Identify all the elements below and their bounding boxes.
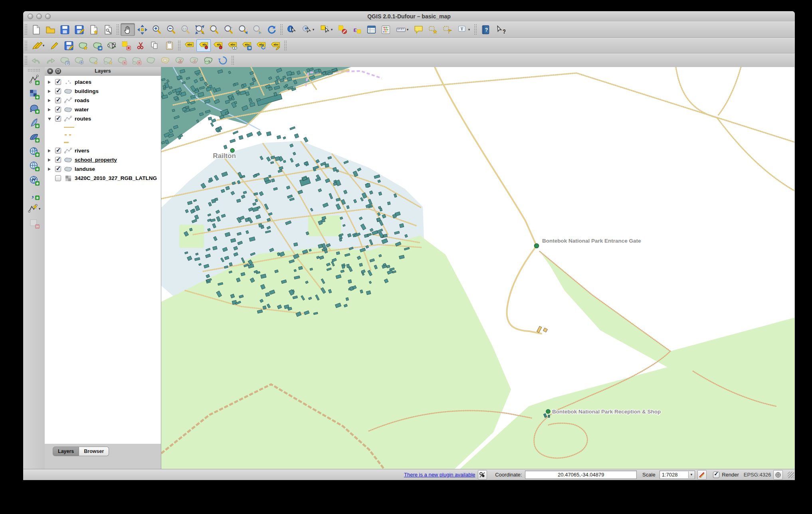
- expand-arrow-icon[interactable]: [48, 107, 53, 113]
- toolbar-grip[interactable]: [24, 40, 28, 51]
- measure-line-button[interactable]: [393, 23, 411, 36]
- collapse-arrow-icon[interactable]: [48, 116, 53, 122]
- expand-arrow-icon[interactable]: [48, 88, 53, 94]
- run-feature-action-button[interactable]: [299, 23, 317, 36]
- toolbar-grip[interactable]: [280, 24, 283, 35]
- node-tool-button[interactable]: [105, 39, 119, 52]
- highlight-pinned-labels-button[interactable]: ab: [211, 39, 225, 52]
- zoom-in-button[interactable]: [149, 23, 164, 36]
- copy-features-button[interactable]: [148, 39, 162, 52]
- layer-checkbox[interactable]: [55, 79, 61, 85]
- save-layer-edits-button[interactable]: [61, 39, 76, 52]
- move-feature-button[interactable]: [90, 39, 105, 52]
- save-project-button[interactable]: [57, 23, 72, 36]
- toolbar-grip[interactable]: [178, 40, 181, 51]
- expand-arrow-icon[interactable]: [48, 79, 53, 85]
- layer-row-rivers[interactable]: rivers: [45, 146, 161, 155]
- refresh-map-button[interactable]: [264, 23, 279, 36]
- change-label-button[interactable]: abc: [268, 39, 283, 52]
- add-part-button[interactable]: [101, 54, 115, 67]
- toolbar-grip[interactable]: [284, 40, 287, 51]
- rotate-label-button[interactable]: abc: [254, 39, 268, 52]
- layer-label[interactable]: 3420C_2010_327_RGB_LATLNG: [75, 175, 157, 181]
- routes-symbol-short-dash[interactable]: [45, 138, 161, 146]
- current-edits-button[interactable]: [29, 39, 47, 52]
- add-mssql-layer-button[interactable]: [27, 130, 41, 143]
- split-features-button[interactable]: [172, 54, 187, 67]
- move-label-button[interactable]: abc: [240, 39, 254, 52]
- toolbar-grip[interactable]: [24, 24, 28, 35]
- delete-ring-button[interactable]: [115, 54, 129, 67]
- whats-this-button[interactable]: ?: [493, 23, 507, 36]
- layer-label[interactable]: roads: [75, 97, 89, 103]
- reshape-features-button[interactable]: [144, 54, 158, 67]
- select-by-expression-button[interactable]: ε: [350, 23, 364, 36]
- deselect-all-button[interactable]: [335, 23, 350, 36]
- expand-arrow-icon[interactable]: [48, 166, 53, 172]
- layer-row-water[interactable]: water: [45, 105, 161, 114]
- rotate-point-symbols-button[interactable]: [216, 54, 230, 67]
- expand-arrow-icon[interactable]: [48, 157, 53, 163]
- layer-label[interactable]: routes: [75, 116, 91, 122]
- expand-arrow-icon[interactable]: [48, 97, 53, 103]
- labeling-options-button[interactable]: abc: [182, 39, 196, 52]
- add-vector-layer-button[interactable]: [27, 73, 41, 86]
- new-bookmark-button[interactable]: [426, 23, 440, 36]
- layer-row-roads[interactable]: roads: [45, 96, 161, 105]
- layer-checkbox[interactable]: [55, 97, 61, 103]
- pin-unpin-labels-button[interactable]: ab: [196, 39, 211, 52]
- zoom-last-button[interactable]: [236, 23, 250, 36]
- zoom-full-button[interactable]: [192, 23, 207, 36]
- layer-row-buildings[interactable]: buildings: [45, 87, 161, 96]
- crs-status-icon[interactable]: [773, 470, 783, 480]
- help-contents-button[interactable]: ?: [478, 23, 493, 36]
- add-spatialite-layer-button[interactable]: [27, 116, 41, 129]
- add-wms-layer-button[interactable]: [27, 145, 41, 158]
- undo-button[interactable]: [29, 54, 43, 67]
- zoom-actual-size-button[interactable]: 1:1: [178, 23, 192, 36]
- remove-layer-button[interactable]: [27, 217, 41, 229]
- add-feature-button[interactable]: [76, 39, 90, 52]
- delete-selected-button[interactable]: [119, 39, 133, 52]
- simplify-feature-button[interactable]: [72, 54, 86, 67]
- delete-part-button[interactable]: [129, 54, 144, 67]
- add-wcs-layer-button[interactable]: [27, 159, 41, 172]
- cut-features-button[interactable]: [133, 39, 148, 52]
- new-project-button[interactable]: [29, 23, 43, 36]
- zoom-out-button[interactable]: [164, 23, 178, 36]
- composer-manager-button[interactable]: [101, 23, 115, 36]
- show-hide-labels-button[interactable]: abc: [225, 39, 240, 52]
- add-raster-layer-button[interactable]: [27, 87, 41, 100]
- new-shapefile-layer-button[interactable]: [25, 202, 43, 215]
- select-features-button[interactable]: [317, 23, 335, 36]
- toolbar-grip[interactable]: [231, 55, 234, 65]
- layer-checkbox[interactable]: [55, 88, 61, 94]
- split-parts-button[interactable]: [187, 54, 201, 67]
- pan-to-selection-button[interactable]: [135, 23, 149, 36]
- merge-features-button[interactable]: [201, 54, 216, 67]
- toolbar-grip[interactable]: [474, 24, 477, 35]
- layer-label[interactable]: landuse: [75, 166, 95, 172]
- layer-label[interactable]: rivers: [75, 148, 89, 154]
- layer-row-routes[interactable]: routes: [45, 114, 161, 123]
- layer-label-active[interactable]: school_property: [75, 157, 117, 163]
- rotate-feature-button[interactable]: [57, 54, 72, 67]
- zoom-to-selection-button[interactable]: [207, 23, 221, 36]
- layer-label[interactable]: buildings: [75, 88, 99, 94]
- chevron-down-icon[interactable]: ▼: [688, 471, 695, 478]
- zoom-next-button[interactable]: [250, 23, 264, 36]
- layer-row-landuse[interactable]: landuse: [45, 164, 161, 174]
- zoom-to-layer-button[interactable]: [221, 23, 236, 36]
- add-wfs-layer-button[interactable]: [27, 174, 41, 186]
- toolbar-grip[interactable]: [28, 69, 40, 71]
- layer-checkbox[interactable]: [55, 116, 61, 122]
- add-delimited-text-layer-button[interactable]: ,: [27, 188, 41, 201]
- layer-checkbox[interactable]: [55, 166, 61, 172]
- layer-checkbox[interactable]: [55, 157, 61, 163]
- layer-row-school-property[interactable]: school_property: [45, 155, 161, 164]
- layer-row-places[interactable]: places: [45, 77, 161, 87]
- resize-grip[interactable]: [788, 472, 794, 478]
- render-checkbox[interactable]: [713, 472, 719, 478]
- tab-layers[interactable]: Layers: [53, 447, 79, 456]
- routes-symbol-solid-line[interactable]: [45, 123, 161, 131]
